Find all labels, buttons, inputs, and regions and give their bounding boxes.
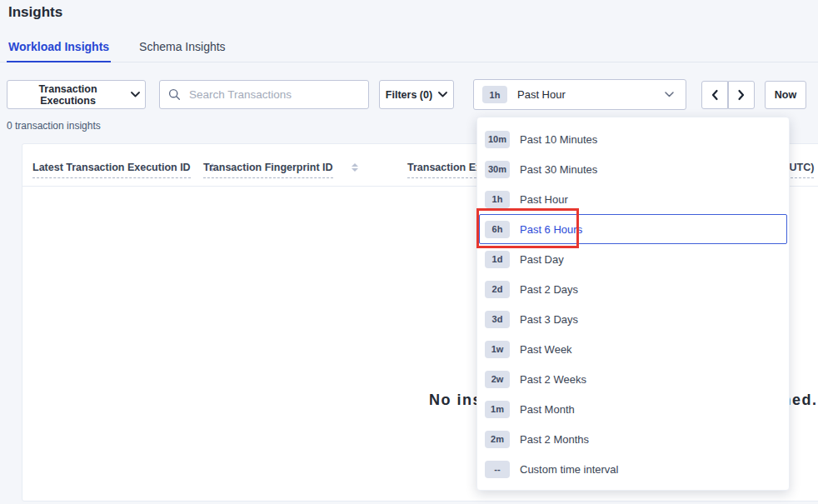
search-box [159, 80, 369, 109]
dropdown-item-past-month[interactable]: 1m Past Month [479, 394, 787, 424]
column-header-label: Latest Transaction Execution ID [32, 162, 191, 178]
dropdown-item-past-day[interactable]: 1d Past Day [479, 244, 787, 274]
column-header-latest-transaction-execution-id[interactable]: Latest Transaction Execution ID [32, 162, 216, 178]
chevron-down-icon [438, 92, 447, 97]
interval-badge: -- [485, 461, 510, 478]
filters-button-label: Filters (0) [386, 89, 432, 101]
interval-label: Past 2 Weeks [520, 373, 586, 386]
time-step-buttons [701, 81, 755, 109]
interval-badge: 10m [485, 131, 510, 148]
tab-bar: Workload Insights Schema Insights [0, 37, 818, 62]
tab-schema-insights[interactable]: Schema Insights [137, 37, 227, 62]
tab-workload-insights[interactable]: Workload Insights [7, 37, 111, 62]
interval-label: Past 2 Days [520, 283, 578, 296]
time-interval-select[interactable]: 1h Past Hour [473, 79, 686, 110]
dropdown-item-custom-time-interval[interactable]: -- Custom time interval [479, 454, 787, 484]
chevron-down-icon [131, 92, 140, 97]
dropdown-item-past-2-days[interactable]: 2d Past 2 Days [479, 274, 787, 304]
dropdown-item-past-2-weeks[interactable]: 2w Past 2 Weeks [479, 364, 787, 394]
chevron-down-icon [665, 92, 674, 97]
dropdown-item-past-3-days[interactable]: 3d Past 3 Days [479, 304, 787, 334]
chevron-right-icon [737, 89, 746, 101]
page-title: Insights [8, 4, 62, 21]
chevron-left-icon [711, 89, 719, 101]
interval-label: Past Week [520, 343, 572, 356]
interval-badge: 30m [485, 161, 510, 178]
now-button-label: Now [775, 89, 796, 101]
time-interval-label: Past Hour [517, 88, 566, 101]
workload-type-select-label: Transaction Executions [12, 83, 123, 107]
interval-badge: 1m [485, 401, 510, 418]
dropdown-item-past-30-minutes[interactable]: 30m Past 30 Minutes [479, 154, 787, 184]
time-interval-dropdown: 10m Past 10 Minutes 30m Past 30 Minutes … [476, 117, 790, 491]
filters-button[interactable]: Filters (0) [379, 80, 454, 109]
interval-label: Past Month [520, 403, 575, 416]
search-icon [168, 88, 181, 101]
interval-badge: 1h [485, 191, 510, 208]
column-header-transaction-fingerprint-id[interactable]: Transaction Fingerprint ID [203, 162, 358, 178]
dropdown-item-past-10-minutes[interactable]: 10m Past 10 Minutes [479, 124, 787, 154]
next-interval-button[interactable] [728, 81, 755, 109]
sort-icon[interactable] [352, 163, 358, 172]
interval-badge: 2w [485, 371, 510, 388]
interval-label: Past 30 Minutes [520, 163, 597, 176]
dropdown-item-past-week[interactable]: 1w Past Week [479, 334, 787, 364]
previous-interval-button[interactable] [701, 81, 728, 109]
interval-label: Past 2 Months [520, 433, 589, 446]
interval-badge: 2d [485, 281, 510, 298]
interval-badge: 1w [485, 341, 510, 358]
tab-workload-insights-label: Workload Insights [8, 40, 109, 53]
interval-label: Past 3 Days [520, 313, 578, 326]
interval-badge: 3d [485, 311, 510, 328]
dropdown-item-past-2-months[interactable]: 2m Past 2 Months [479, 424, 787, 454]
interval-label: Custom time interval [520, 463, 618, 476]
insights-count-text: 0 transaction insights [7, 120, 101, 132]
time-interval-badge: 1h [482, 86, 507, 103]
insights-page: Insights Workload Insights Schema Insigh… [0, 0, 818, 504]
interval-label: Past 10 Minutes [520, 133, 597, 146]
interval-badge: 2m [485, 431, 510, 448]
annotation-highlight-box [476, 208, 579, 248]
interval-label: Past Hour [520, 193, 568, 206]
interval-badge: 1d [485, 251, 510, 268]
interval-label: Past Day [520, 253, 564, 266]
workload-type-select[interactable]: Transaction Executions [7, 80, 146, 109]
column-header-label: Transaction Fingerprint ID [203, 162, 333, 178]
now-button[interactable]: Now [765, 81, 806, 109]
search-input[interactable] [187, 87, 360, 102]
tab-schema-insights-label: Schema Insights [139, 40, 226, 53]
